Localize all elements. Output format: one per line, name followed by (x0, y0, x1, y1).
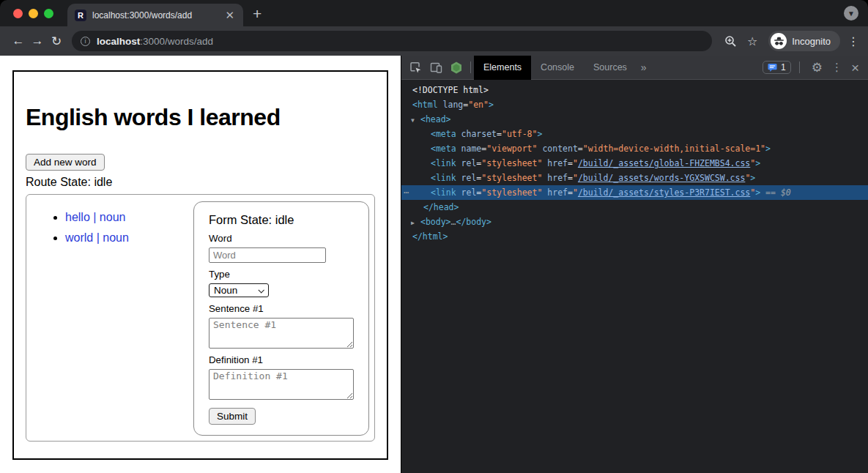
submit-button[interactable]: Submit (209, 408, 256, 425)
back-button[interactable]: ← (9, 34, 28, 48)
page-container: English words I learned Add new word Rou… (12, 70, 388, 460)
definition-textarea[interactable] (209, 369, 354, 400)
reload-button[interactable]: ↻ (47, 34, 66, 49)
type-select[interactable]: Noun (209, 283, 269, 297)
node-icon[interactable] (450, 62, 462, 74)
zoom-icon[interactable] (724, 35, 737, 48)
code-token-tag: <meta (431, 144, 456, 154)
close-window-button[interactable] (13, 9, 23, 18)
new-tab-button[interactable]: + (253, 6, 261, 21)
incognito-badge[interactable]: Incognito (768, 31, 840, 51)
overflow-marker[interactable]: ⋯ (404, 185, 409, 200)
code-line[interactable]: <link rel="stylesheet" href="/build/_ass… (401, 171, 868, 185)
tab-close-icon[interactable]: ✕ (223, 10, 236, 21)
code-token-tag: > (765, 144, 771, 154)
browser-tab[interactable]: R localhost:3000/words/add ✕ (67, 4, 243, 26)
tab-strip: R localhost:3000/words/add ✕ + ▼ (0, 0, 868, 26)
code-token-plain: = (568, 187, 573, 198)
code-token-link: /build/_assets/words-YGXSWCSW.css (578, 173, 745, 183)
code-token-plain (456, 173, 461, 183)
devtools-menu-icon[interactable]: ⋮ (831, 61, 842, 74)
minimize-window-button[interactable] (29, 9, 38, 18)
browser-window: R localhost:3000/words/add ✕ + ▼ ← → ↻ i… (0, 0, 868, 473)
forward-button[interactable]: → (28, 34, 47, 48)
code-token-attr: href (547, 158, 568, 168)
code-token-tag: <head> (420, 114, 451, 124)
code-line[interactable]: <meta charset="utf-8"> (401, 127, 868, 141)
route-state-text: Route State: idle (26, 176, 375, 189)
sentence-textarea[interactable] (209, 318, 354, 349)
form-state-text: Form State: idle (209, 213, 354, 227)
issues-badge[interactable]: 1 (763, 61, 791, 74)
browser-menu-icon[interactable]: ⋮ (847, 34, 859, 48)
code-line[interactable]: ▼<head> (401, 112, 868, 127)
window-controls (13, 9, 53, 18)
address-bar[interactable]: i localhost :3000/words/add (72, 31, 712, 51)
code-line[interactable]: </head> (401, 200, 868, 215)
tab-console[interactable]: Console (531, 56, 584, 80)
incognito-icon (771, 33, 787, 49)
tab-sources[interactable]: Sources (584, 56, 637, 80)
expand-arrow-open-icon[interactable]: ▼ (411, 113, 420, 128)
divider (470, 62, 471, 73)
code-line[interactable]: </html> (401, 229, 868, 244)
code-token-val: "stylesheet" (481, 173, 542, 183)
code-token-val: " (573, 187, 578, 198)
code-token-val: "en" (468, 100, 489, 110)
code-token-plain: = (568, 173, 573, 183)
device-toolbar-icon[interactable] (430, 62, 442, 74)
add-word-form: Form State: idle Word Type Noun Sentence… (193, 201, 369, 436)
code-token-plain (438, 100, 443, 110)
code-token-tag: <html (412, 100, 438, 110)
code-token-tag: <link (431, 173, 456, 183)
code-token-attr: rel (461, 173, 477, 183)
code-token-attr: rel (461, 187, 477, 198)
code-token-tag: <link (431, 187, 456, 198)
code-token-link: /build/_assets/global-FHZEMBS4.css (578, 158, 750, 168)
word-label: Word (209, 233, 354, 244)
tab-elements[interactable]: Elements (474, 56, 531, 80)
code-line[interactable]: ⋯<link rel="stylesheet" href="/build/_as… (401, 185, 868, 200)
expand-arrow-closed-icon[interactable]: ▶ (411, 216, 420, 231)
code-token-val: "viewport" (486, 144, 537, 154)
code-line[interactable]: <!DOCTYPE html> (401, 83, 868, 97)
definition-label: Definition #1 (209, 354, 354, 365)
add-new-word-button[interactable]: Add new word (26, 154, 105, 171)
code-token-tag: > (750, 173, 755, 183)
code-line[interactable]: ▶<body>…</body> (401, 215, 868, 229)
tab-search-button[interactable]: ▼ (844, 6, 858, 21)
divider (799, 62, 800, 73)
inspect-element-icon[interactable] (409, 62, 422, 74)
code-line[interactable]: <link rel="stylesheet" href="/build/_ass… (401, 156, 868, 171)
code-token-tag: </head> (423, 202, 459, 212)
chevron-down-icon (258, 287, 264, 293)
bookmark-star-icon[interactable]: ☆ (747, 34, 757, 48)
site-info-icon[interactable]: i (81, 37, 90, 46)
devtools-toolbar: Elements Console Sources » 1 ⚙ ⋮ × (401, 56, 868, 80)
message-bubble-icon (768, 63, 777, 72)
code-token-plain (456, 158, 461, 168)
code-token-tag: <body> (420, 217, 451, 227)
code-token-plain: = (568, 158, 573, 168)
code-token-val: "width=device-width,initial-scale=1" (583, 144, 765, 154)
code-token-tag: <meta (431, 129, 456, 139)
word-link[interactable]: hello | noun (65, 211, 125, 223)
code-token-tag: <link (431, 158, 456, 168)
code-token-attr: href (547, 187, 568, 198)
code-token-tag: > (755, 158, 760, 168)
settings-gear-icon[interactable]: ⚙ (812, 60, 823, 75)
more-tabs-icon[interactable]: » (641, 62, 647, 73)
word-input[interactable] (209, 247, 326, 263)
code-token-val: " (573, 173, 578, 183)
code-token-val: "stylesheet" (481, 187, 542, 198)
word-link[interactable]: world | noun (65, 231, 129, 244)
code-token-attr: content (542, 144, 577, 154)
devtools-panel: Elements Console Sources » 1 ⚙ ⋮ × <!DOC… (401, 56, 868, 473)
code-token-attr: lang (443, 100, 464, 110)
issues-count: 1 (781, 62, 786, 72)
code-line[interactable]: <html lang="en"> (401, 97, 868, 112)
browser-toolbar: ← → ↻ i localhost :3000/words/add ☆ Inco… (0, 26, 868, 56)
code-line[interactable]: <meta name="viewport" content="width=dev… (401, 141, 868, 156)
devtools-close-icon[interactable]: × (851, 61, 859, 75)
maximize-window-button[interactable] (44, 9, 53, 18)
